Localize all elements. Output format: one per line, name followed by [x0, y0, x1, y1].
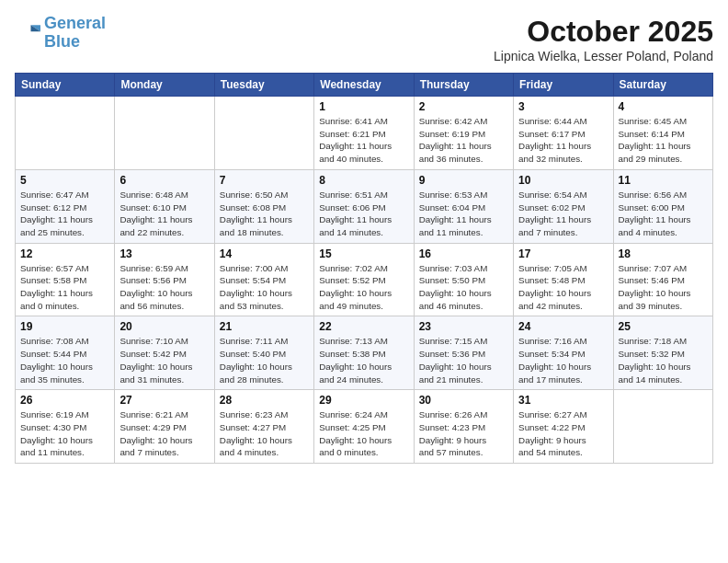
- day-info: Sunrise: 6:27 AM Sunset: 4:22 PM Dayligh…: [518, 408, 608, 459]
- day-number: 9: [419, 174, 508, 187]
- day-info: Sunrise: 7:10 AM Sunset: 5:42 PM Dayligh…: [119, 335, 209, 385]
- calendar-cell: 12Sunrise: 6:57 AM Sunset: 5:58 PM Dayli…: [16, 243, 115, 316]
- calendar-cell: [613, 390, 712, 464]
- calendar-cell: 3Sunrise: 6:44 AM Sunset: 6:17 PM Daylig…: [514, 97, 613, 170]
- day-number: 1: [319, 100, 408, 113]
- day-number: 4: [619, 100, 708, 113]
- calendar-cell: 29Sunrise: 6:24 AM Sunset: 4:25 PM Dayli…: [314, 390, 414, 464]
- page-header: General Blue October 2025 Lipnica Wielka…: [15, 15, 713, 63]
- day-info: Sunrise: 7:11 AM Sunset: 5:40 PM Dayligh…: [220, 335, 309, 385]
- day-info: Sunrise: 7:08 AM Sunset: 5:44 PM Dayligh…: [20, 335, 109, 385]
- day-info: Sunrise: 7:07 AM Sunset: 5:46 PM Dayligh…: [619, 262, 708, 313]
- calendar-week-1: 1Sunrise: 6:41 AM Sunset: 6:21 PM Daylig…: [16, 97, 713, 170]
- calendar-cell: 10Sunrise: 6:54 AM Sunset: 6:02 PM Dayli…: [514, 169, 613, 243]
- day-info: Sunrise: 6:54 AM Sunset: 6:02 PM Dayligh…: [518, 189, 608, 239]
- calendar-week-3: 12Sunrise: 6:57 AM Sunset: 5:58 PM Dayli…: [16, 243, 713, 316]
- day-number: 31: [518, 394, 608, 407]
- day-number: 22: [319, 320, 408, 333]
- day-info: Sunrise: 6:48 AM Sunset: 6:10 PM Dayligh…: [119, 189, 209, 239]
- location-title: Lipnica Wielka, Lesser Poland, Poland: [494, 49, 713, 63]
- calendar-cell: 11Sunrise: 6:56 AM Sunset: 6:00 PM Dayli…: [613, 169, 712, 243]
- day-number: 26: [20, 394, 109, 407]
- day-number: 28: [220, 394, 309, 407]
- calendar-cell: 9Sunrise: 6:53 AM Sunset: 6:04 PM Daylig…: [414, 169, 513, 243]
- weekday-header-friday: Friday: [514, 74, 613, 97]
- calendar-cell: [115, 97, 214, 170]
- day-info: Sunrise: 6:24 AM Sunset: 4:25 PM Dayligh…: [319, 408, 408, 459]
- calendar-cell: 28Sunrise: 6:23 AM Sunset: 4:27 PM Dayli…: [214, 390, 313, 464]
- calendar-cell: 6Sunrise: 6:48 AM Sunset: 6:10 PM Daylig…: [115, 169, 214, 243]
- day-number: 6: [119, 174, 209, 187]
- day-info: Sunrise: 6:53 AM Sunset: 6:04 PM Dayligh…: [419, 189, 508, 239]
- calendar-week-5: 26Sunrise: 6:19 AM Sunset: 4:30 PM Dayli…: [16, 390, 713, 464]
- day-info: Sunrise: 7:16 AM Sunset: 5:34 PM Dayligh…: [518, 335, 608, 385]
- calendar-cell: 8Sunrise: 6:51 AM Sunset: 6:06 PM Daylig…: [314, 169, 414, 243]
- day-info: Sunrise: 6:26 AM Sunset: 4:23 PM Dayligh…: [419, 408, 508, 459]
- day-number: 14: [220, 247, 309, 260]
- weekday-header-tuesday: Tuesday: [214, 74, 313, 97]
- day-info: Sunrise: 7:03 AM Sunset: 5:50 PM Dayligh…: [419, 262, 508, 313]
- day-number: 17: [518, 247, 608, 260]
- logo-line2: Blue: [44, 32, 80, 51]
- logo: General Blue: [15, 15, 106, 52]
- logo-icon: [15, 20, 40, 46]
- day-number: 11: [619, 174, 708, 187]
- day-info: Sunrise: 6:51 AM Sunset: 6:06 PM Dayligh…: [319, 189, 408, 239]
- day-info: Sunrise: 7:13 AM Sunset: 5:38 PM Dayligh…: [319, 335, 408, 385]
- title-area: October 2025 Lipnica Wielka, Lesser Pola…: [494, 15, 713, 63]
- day-info: Sunrise: 6:50 AM Sunset: 6:08 PM Dayligh…: [220, 189, 309, 239]
- month-title: October 2025: [494, 15, 713, 49]
- calendar-week-2: 5Sunrise: 6:47 AM Sunset: 6:12 PM Daylig…: [16, 169, 713, 243]
- calendar-week-4: 19Sunrise: 7:08 AM Sunset: 5:44 PM Dayli…: [16, 316, 713, 390]
- day-number: 16: [419, 247, 508, 260]
- calendar-cell: 18Sunrise: 7:07 AM Sunset: 5:46 PM Dayli…: [613, 243, 712, 316]
- day-info: Sunrise: 7:15 AM Sunset: 5:36 PM Dayligh…: [419, 335, 508, 385]
- day-number: 3: [518, 100, 608, 113]
- calendar-cell: [16, 97, 115, 170]
- day-number: 24: [518, 320, 608, 333]
- day-number: 5: [20, 174, 109, 187]
- calendar-cell: 15Sunrise: 7:02 AM Sunset: 5:52 PM Dayli…: [314, 243, 414, 316]
- day-number: 27: [119, 394, 209, 407]
- calendar-cell: 21Sunrise: 7:11 AM Sunset: 5:40 PM Dayli…: [214, 316, 313, 390]
- calendar-cell: 23Sunrise: 7:15 AM Sunset: 5:36 PM Dayli…: [414, 316, 513, 390]
- day-number: 12: [20, 247, 109, 260]
- day-info: Sunrise: 6:19 AM Sunset: 4:30 PM Dayligh…: [20, 408, 109, 459]
- day-info: Sunrise: 6:41 AM Sunset: 6:21 PM Dayligh…: [319, 115, 408, 166]
- day-number: 13: [119, 247, 209, 260]
- day-number: 19: [20, 320, 109, 333]
- calendar-cell: 16Sunrise: 7:03 AM Sunset: 5:50 PM Dayli…: [414, 243, 513, 316]
- day-number: 18: [619, 247, 708, 260]
- day-number: 7: [220, 174, 309, 187]
- calendar-cell: 24Sunrise: 7:16 AM Sunset: 5:34 PM Dayli…: [514, 316, 613, 390]
- weekday-header-row: SundayMondayTuesdayWednesdayThursdayFrid…: [16, 74, 713, 97]
- logo-text: General Blue: [44, 15, 106, 52]
- day-info: Sunrise: 7:18 AM Sunset: 5:32 PM Dayligh…: [619, 335, 708, 385]
- day-number: 2: [419, 100, 508, 113]
- day-info: Sunrise: 6:45 AM Sunset: 6:14 PM Dayligh…: [619, 115, 708, 166]
- weekday-header-sunday: Sunday: [16, 74, 115, 97]
- calendar-cell: 7Sunrise: 6:50 AM Sunset: 6:08 PM Daylig…: [214, 169, 313, 243]
- calendar-table: SundayMondayTuesdayWednesdayThursdayFrid…: [15, 73, 713, 464]
- day-number: 21: [220, 320, 309, 333]
- calendar-cell: 20Sunrise: 7:10 AM Sunset: 5:42 PM Dayli…: [115, 316, 214, 390]
- day-number: 20: [119, 320, 209, 333]
- day-info: Sunrise: 6:59 AM Sunset: 5:56 PM Dayligh…: [119, 262, 209, 313]
- day-info: Sunrise: 7:05 AM Sunset: 5:48 PM Dayligh…: [518, 262, 608, 313]
- weekday-header-thursday: Thursday: [414, 74, 513, 97]
- weekday-header-wednesday: Wednesday: [314, 74, 414, 97]
- calendar-cell: 5Sunrise: 6:47 AM Sunset: 6:12 PM Daylig…: [16, 169, 115, 243]
- day-info: Sunrise: 6:44 AM Sunset: 6:17 PM Dayligh…: [518, 115, 608, 166]
- day-info: Sunrise: 6:57 AM Sunset: 5:58 PM Dayligh…: [20, 262, 109, 313]
- day-number: 10: [518, 174, 608, 187]
- calendar-cell: 30Sunrise: 6:26 AM Sunset: 4:23 PM Dayli…: [414, 390, 513, 464]
- calendar-cell: 1Sunrise: 6:41 AM Sunset: 6:21 PM Daylig…: [314, 97, 414, 170]
- calendar-cell: 25Sunrise: 7:18 AM Sunset: 5:32 PM Dayli…: [613, 316, 712, 390]
- calendar-cell: 4Sunrise: 6:45 AM Sunset: 6:14 PM Daylig…: [613, 97, 712, 170]
- logo-line1: General: [44, 14, 106, 32]
- calendar-cell: 19Sunrise: 7:08 AM Sunset: 5:44 PM Dayli…: [16, 316, 115, 390]
- calendar-cell: 13Sunrise: 6:59 AM Sunset: 5:56 PM Dayli…: [115, 243, 214, 316]
- calendar-cell: [214, 97, 313, 170]
- calendar-cell: 22Sunrise: 7:13 AM Sunset: 5:38 PM Dayli…: [314, 316, 414, 390]
- calendar-cell: 2Sunrise: 6:42 AM Sunset: 6:19 PM Daylig…: [414, 97, 513, 170]
